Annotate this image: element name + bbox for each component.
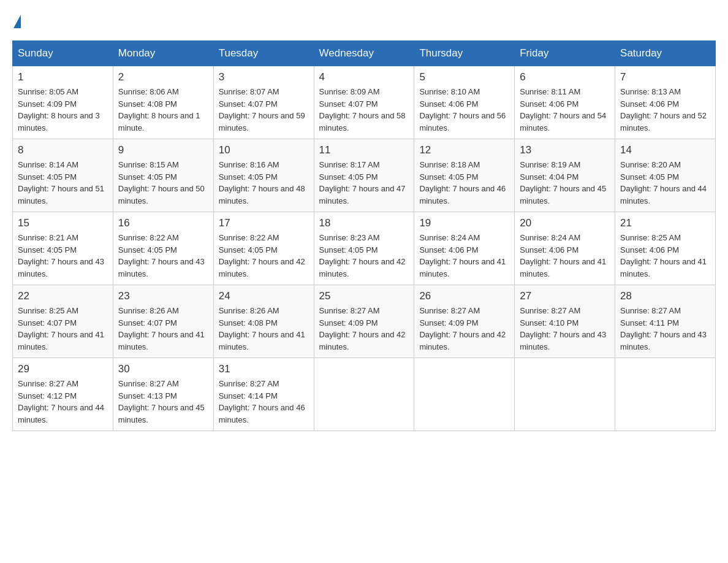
day-number: 24 bbox=[219, 290, 309, 302]
calendar-day-cell: 14Sunrise: 8:20 AMSunset: 4:05 PMDayligh… bbox=[615, 139, 716, 212]
day-number: 10 bbox=[219, 144, 309, 156]
calendar-day-header: Saturday bbox=[615, 41, 716, 66]
day-info: Sunrise: 8:27 AMSunset: 4:09 PMDaylight:… bbox=[319, 305, 409, 353]
calendar-day-cell: 25Sunrise: 8:27 AMSunset: 4:09 PMDayligh… bbox=[314, 285, 414, 358]
calendar-week-row: 1Sunrise: 8:05 AMSunset: 4:09 PMDaylight… bbox=[13, 66, 716, 139]
calendar-day-cell: 8Sunrise: 8:14 AMSunset: 4:05 PMDaylight… bbox=[13, 139, 113, 212]
day-info: Sunrise: 8:27 AMSunset: 4:10 PMDaylight:… bbox=[520, 305, 610, 353]
day-info: Sunrise: 8:25 AMSunset: 4:06 PMDaylight:… bbox=[620, 232, 710, 280]
day-info: Sunrise: 8:27 AMSunset: 4:14 PMDaylight:… bbox=[219, 378, 309, 426]
calendar-week-row: 29Sunrise: 8:27 AMSunset: 4:12 PMDayligh… bbox=[13, 358, 716, 431]
calendar-week-row: 22Sunrise: 8:25 AMSunset: 4:07 PMDayligh… bbox=[13, 285, 716, 358]
day-number: 18 bbox=[319, 217, 409, 229]
calendar-day-cell: 17Sunrise: 8:22 AMSunset: 4:05 PMDayligh… bbox=[213, 212, 314, 285]
calendar-day-header: Thursday bbox=[414, 41, 515, 66]
calendar-day-cell: 9Sunrise: 8:15 AMSunset: 4:05 PMDaylight… bbox=[113, 139, 213, 212]
calendar-day-cell: 7Sunrise: 8:13 AMSunset: 4:06 PMDaylight… bbox=[615, 66, 716, 139]
day-number: 28 bbox=[620, 290, 710, 302]
day-number: 22 bbox=[18, 290, 108, 302]
day-number: 15 bbox=[18, 217, 108, 229]
day-number: 8 bbox=[18, 144, 108, 156]
day-number: 7 bbox=[620, 71, 710, 83]
day-info: Sunrise: 8:24 AMSunset: 4:06 PMDaylight:… bbox=[520, 232, 610, 280]
day-info: Sunrise: 8:21 AMSunset: 4:05 PMDaylight:… bbox=[18, 232, 108, 280]
day-info: Sunrise: 8:11 AMSunset: 4:06 PMDaylight:… bbox=[520, 86, 610, 134]
page-header bbox=[12, 12, 716, 28]
calendar-day-cell: 1Sunrise: 8:05 AMSunset: 4:09 PMDaylight… bbox=[13, 66, 113, 139]
day-number: 12 bbox=[419, 144, 509, 156]
calendar-day-cell: 20Sunrise: 8:24 AMSunset: 4:06 PMDayligh… bbox=[515, 212, 615, 285]
calendar-empty-cell bbox=[314, 358, 414, 431]
calendar-day-cell: 30Sunrise: 8:27 AMSunset: 4:13 PMDayligh… bbox=[113, 358, 213, 431]
day-number: 19 bbox=[419, 217, 509, 229]
calendar-day-header: Sunday bbox=[13, 41, 113, 66]
day-info: Sunrise: 8:13 AMSunset: 4:06 PMDaylight:… bbox=[620, 86, 710, 134]
calendar-week-row: 15Sunrise: 8:21 AMSunset: 4:05 PMDayligh… bbox=[13, 212, 716, 285]
calendar-day-cell: 18Sunrise: 8:23 AMSunset: 4:05 PMDayligh… bbox=[314, 212, 414, 285]
day-info: Sunrise: 8:27 AMSunset: 4:09 PMDaylight:… bbox=[419, 305, 509, 353]
day-number: 26 bbox=[419, 290, 509, 302]
day-number: 17 bbox=[219, 217, 309, 229]
calendar-header-row: SundayMondayTuesdayWednesdayThursdayFrid… bbox=[13, 41, 716, 66]
calendar-day-cell: 29Sunrise: 8:27 AMSunset: 4:12 PMDayligh… bbox=[13, 358, 113, 431]
day-number: 1 bbox=[18, 71, 108, 83]
day-info: Sunrise: 8:16 AMSunset: 4:05 PMDaylight:… bbox=[219, 159, 309, 207]
calendar-day-cell: 28Sunrise: 8:27 AMSunset: 4:11 PMDayligh… bbox=[615, 285, 716, 358]
day-info: Sunrise: 8:27 AMSunset: 4:13 PMDaylight:… bbox=[118, 378, 208, 426]
calendar-day-cell: 23Sunrise: 8:26 AMSunset: 4:07 PMDayligh… bbox=[113, 285, 213, 358]
calendar-table: SundayMondayTuesdayWednesdayThursdayFrid… bbox=[12, 40, 716, 431]
day-info: Sunrise: 8:15 AMSunset: 4:05 PMDaylight:… bbox=[118, 159, 208, 207]
logo-triangle-icon bbox=[13, 15, 21, 28]
day-number: 11 bbox=[319, 144, 409, 156]
calendar-day-cell: 3Sunrise: 8:07 AMSunset: 4:07 PMDaylight… bbox=[213, 66, 314, 139]
day-info: Sunrise: 8:19 AMSunset: 4:04 PMDaylight:… bbox=[520, 159, 610, 207]
calendar-day-cell: 6Sunrise: 8:11 AMSunset: 4:06 PMDaylight… bbox=[515, 66, 615, 139]
day-info: Sunrise: 8:26 AMSunset: 4:07 PMDaylight:… bbox=[118, 305, 208, 353]
day-number: 25 bbox=[319, 290, 409, 302]
calendar-day-cell: 22Sunrise: 8:25 AMSunset: 4:07 PMDayligh… bbox=[13, 285, 113, 358]
calendar-day-cell: 2Sunrise: 8:06 AMSunset: 4:08 PMDaylight… bbox=[113, 66, 213, 139]
calendar-day-cell: 24Sunrise: 8:26 AMSunset: 4:08 PMDayligh… bbox=[213, 285, 314, 358]
calendar-day-cell: 10Sunrise: 8:16 AMSunset: 4:05 PMDayligh… bbox=[213, 139, 314, 212]
calendar-day-cell: 15Sunrise: 8:21 AMSunset: 4:05 PMDayligh… bbox=[13, 212, 113, 285]
day-info: Sunrise: 8:26 AMSunset: 4:08 PMDaylight:… bbox=[219, 305, 309, 353]
calendar-day-cell: 13Sunrise: 8:19 AMSunset: 4:04 PMDayligh… bbox=[515, 139, 615, 212]
calendar-empty-cell bbox=[515, 358, 615, 431]
calendar-day-cell: 27Sunrise: 8:27 AMSunset: 4:10 PMDayligh… bbox=[515, 285, 615, 358]
day-info: Sunrise: 8:27 AMSunset: 4:11 PMDaylight:… bbox=[620, 305, 710, 353]
day-number: 30 bbox=[118, 363, 208, 375]
day-number: 6 bbox=[520, 71, 610, 83]
day-info: Sunrise: 8:27 AMSunset: 4:12 PMDaylight:… bbox=[18, 378, 108, 426]
day-info: Sunrise: 8:07 AMSunset: 4:07 PMDaylight:… bbox=[219, 86, 309, 134]
day-info: Sunrise: 8:22 AMSunset: 4:05 PMDaylight:… bbox=[118, 232, 208, 280]
day-info: Sunrise: 8:18 AMSunset: 4:05 PMDaylight:… bbox=[419, 159, 509, 207]
calendar-day-cell: 5Sunrise: 8:10 AMSunset: 4:06 PMDaylight… bbox=[414, 66, 515, 139]
calendar-day-header: Wednesday bbox=[314, 41, 414, 66]
calendar-day-cell: 21Sunrise: 8:25 AMSunset: 4:06 PMDayligh… bbox=[615, 212, 716, 285]
logo bbox=[12, 12, 21, 28]
calendar-day-cell: 26Sunrise: 8:27 AMSunset: 4:09 PMDayligh… bbox=[414, 285, 515, 358]
day-info: Sunrise: 8:17 AMSunset: 4:05 PMDaylight:… bbox=[319, 159, 409, 207]
calendar-empty-cell bbox=[414, 358, 515, 431]
day-info: Sunrise: 8:14 AMSunset: 4:05 PMDaylight:… bbox=[18, 159, 108, 207]
day-number: 23 bbox=[118, 290, 208, 302]
calendar-day-cell: 31Sunrise: 8:27 AMSunset: 4:14 PMDayligh… bbox=[213, 358, 314, 431]
calendar-day-cell: 11Sunrise: 8:17 AMSunset: 4:05 PMDayligh… bbox=[314, 139, 414, 212]
day-number: 9 bbox=[118, 144, 208, 156]
day-number: 3 bbox=[219, 71, 309, 83]
calendar-day-cell: 12Sunrise: 8:18 AMSunset: 4:05 PMDayligh… bbox=[414, 139, 515, 212]
day-number: 27 bbox=[520, 290, 610, 302]
calendar-day-header: Friday bbox=[515, 41, 615, 66]
day-info: Sunrise: 8:25 AMSunset: 4:07 PMDaylight:… bbox=[18, 305, 108, 353]
day-info: Sunrise: 8:09 AMSunset: 4:07 PMDaylight:… bbox=[319, 86, 409, 134]
day-number: 5 bbox=[419, 71, 509, 83]
day-number: 2 bbox=[118, 71, 208, 83]
day-info: Sunrise: 8:05 AMSunset: 4:09 PMDaylight:… bbox=[18, 86, 108, 134]
calendar-day-cell: 16Sunrise: 8:22 AMSunset: 4:05 PMDayligh… bbox=[113, 212, 213, 285]
day-info: Sunrise: 8:20 AMSunset: 4:05 PMDaylight:… bbox=[620, 159, 710, 207]
day-number: 21 bbox=[620, 217, 710, 229]
calendar-day-cell: 4Sunrise: 8:09 AMSunset: 4:07 PMDaylight… bbox=[314, 66, 414, 139]
calendar-empty-cell bbox=[615, 358, 716, 431]
day-info: Sunrise: 8:23 AMSunset: 4:05 PMDaylight:… bbox=[319, 232, 409, 280]
day-info: Sunrise: 8:24 AMSunset: 4:06 PMDaylight:… bbox=[419, 232, 509, 280]
